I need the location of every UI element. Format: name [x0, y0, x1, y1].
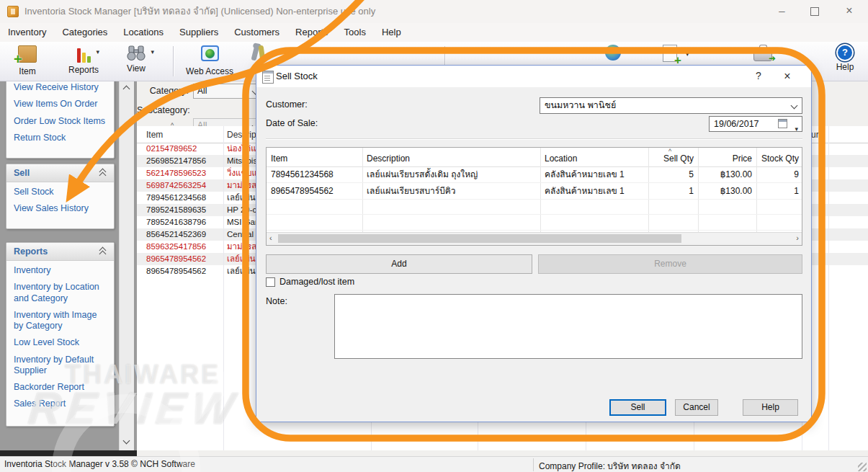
sidebar-link[interactable]: Low Level Stock	[6, 334, 114, 351]
scroll-down-icon[interactable]	[123, 437, 130, 445]
sell-table-header: Item Description Location Sell Qty ^ Pri…	[267, 148, 802, 167]
cell-description: เลย์แผ่นเรียบรสดั้งเดิม ถุงใหญ่	[367, 166, 537, 182]
collapse-icon[interactable]	[99, 169, 107, 177]
minimize-button[interactable]: –	[766, 0, 798, 23]
toolbar-help-button[interactable]: ? Help	[826, 44, 864, 72]
note-input[interactable]	[334, 294, 802, 359]
sidebar-card-receive: View Receive HistoryView Items On OrderO…	[6, 76, 115, 159]
sidebar-link[interactable]: Inventory by Location and Category	[6, 279, 114, 307]
sidebar-link[interactable]: Sales Report	[6, 396, 114, 412]
item-number: 8965478954562	[146, 265, 206, 277]
dialog-titlebar: Sell Stock ? ×	[256, 66, 811, 87]
toolbar-reports-label: Reports	[61, 65, 107, 75]
separator	[266, 138, 802, 140]
dialog-title: Sell Stock	[276, 71, 318, 81]
menu-item[interactable]: Categories	[54, 23, 115, 42]
menu-item[interactable]: Reports	[287, 23, 336, 42]
sidebar-section-header-sell[interactable]: Sell	[6, 164, 114, 182]
sidebar-section-header-reports[interactable]: Reports	[6, 243, 114, 261]
calendar-icon	[778, 119, 787, 128]
sidebar-scrollbar[interactable]	[119, 81, 134, 450]
menu-item[interactable]: Inventory	[0, 23, 54, 42]
toolbar-web-access-button[interactable]: Web Access	[177, 44, 242, 76]
toolbar-view-button[interactable]: ▾ View	[114, 44, 158, 74]
menubar: InventoryCategoriesLocationsSuppliersCus…	[0, 23, 868, 42]
col-price[interactable]: Price	[702, 153, 752, 164]
category-select[interactable]: All	[193, 84, 262, 99]
col-description[interactable]: Description	[367, 153, 410, 164]
cell-price: ฿130.00	[702, 183, 752, 199]
app-window: Inventoria Stock Manager [บริษัท ทดลอง จ…	[0, 0, 868, 472]
menu-item[interactable]: Help	[374, 23, 409, 42]
sell-item-row[interactable]: 8965478954562 เลย์แผ่นเรียบรสบาร์บีคิว ค…	[267, 183, 802, 200]
sort-asc-icon: ^	[171, 122, 174, 129]
web-access-icon	[201, 45, 219, 61]
toolbar-item-label: Item	[9, 66, 46, 76]
category-label: Category:	[137, 86, 189, 96]
dropdown-caret-icon: ▾	[151, 48, 154, 55]
cell-item: 7894561234568	[271, 166, 359, 182]
sidebar-link[interactable]: View Receive History	[6, 79, 114, 96]
toolbar-hidden-globe-icon[interactable]	[605, 45, 621, 61]
sidebar-card-sell: Sell Sell StockView Sales History	[6, 164, 115, 229]
item-number: 8564521452369	[146, 228, 206, 241]
menu-item[interactable]: Locations	[115, 23, 171, 42]
col-stock-qty[interactable]: Stock Qty	[753, 153, 799, 164]
sidebar-link[interactable]: Sell Stock	[6, 184, 114, 200]
toolbar-view-label: View	[114, 63, 158, 74]
dialog-help-button[interactable]: ?	[748, 66, 769, 87]
sidebar-link[interactable]: Return Stock	[6, 130, 114, 146]
status-version-text: Inventoria Stock Manager v 3.58 © NCH So…	[4, 459, 195, 469]
toolbar-separator	[173, 46, 174, 76]
sidebar-link[interactable]: Order Low Stock Items	[6, 113, 114, 130]
sell-button[interactable]: Sell	[609, 399, 666, 416]
cancel-button[interactable]: Cancel	[675, 399, 718, 416]
help-button[interactable]: Help	[743, 399, 798, 416]
scroll-left-icon[interactable]: ‹	[269, 233, 272, 242]
damaged-lost-checkbox[interactable]	[266, 277, 275, 287]
toolbar-reports-button[interactable]: ▾ Reports	[61, 44, 107, 75]
cell-item: 8965478954562	[271, 183, 359, 199]
col-sell-qty[interactable]: Sell Qty	[656, 153, 694, 164]
item-number: 5698742563254	[146, 179, 206, 192]
scroll-right-icon[interactable]: ›	[796, 233, 799, 242]
column-header-item[interactable]: Item	[146, 130, 163, 140]
column-header-description[interactable]: Descrip	[227, 130, 256, 140]
sidebar-link[interactable]: View Sales History	[6, 200, 114, 217]
date-of-sale-field[interactable]: 19/06/2017 ▾	[709, 116, 802, 132]
cell-description: เลย์แผ่นเรียบรสบาร์บีคิว	[367, 183, 537, 199]
menu-item[interactable]: Tools	[336, 23, 374, 42]
menu-item[interactable]: Customers	[226, 23, 287, 42]
customer-select[interactable]: ขนมหวาน พานิชย์	[540, 97, 802, 114]
toolbar-hidden-add-icon[interactable]	[663, 45, 677, 62]
item-number: 2569852147856	[146, 155, 206, 167]
sidebar-link[interactable]: Inventory	[6, 262, 114, 279]
scrollbar-thumb[interactable]	[278, 234, 681, 243]
subcategory-label: Subcategory:	[137, 105, 189, 115]
close-button[interactable]: ×	[831, 0, 868, 23]
menu-item[interactable]: Suppliers	[171, 23, 226, 42]
col-item[interactable]: Item	[271, 153, 287, 164]
sell-item-row[interactable]: 7894561234568 เลย์แผ่นเรียบรสดั้งเดิม ถุ…	[267, 166, 802, 183]
add-button[interactable]: Add	[266, 254, 532, 274]
col-location[interactable]: Location	[545, 153, 577, 164]
statusbar: Inventoria Stock Manager v 3.58 © NCH So…	[0, 456, 868, 472]
scroll-up-icon[interactable]	[123, 86, 130, 93]
column-header-picture-fragment[interactable]: ure	[811, 130, 823, 140]
horizontal-scrollbar[interactable]: ‹ ›	[267, 232, 802, 245]
item-number: 7894561234568	[146, 192, 206, 204]
sidebar-link[interactable]: Inventory by Default Supplier	[6, 352, 114, 380]
dialog-close-button[interactable]: ×	[777, 66, 798, 87]
toolbar-item-button[interactable]: Item	[9, 44, 46, 76]
item-number: 8596325417856	[146, 241, 206, 253]
sort-asc-icon: ^	[668, 148, 671, 155]
resize-grip[interactable]	[858, 463, 867, 471]
sidebar-link[interactable]: Backorder Report	[6, 379, 114, 396]
sidebar-link[interactable]: Inventory with Image by Category	[6, 307, 114, 335]
sidebar-link[interactable]: View Items On Order	[6, 96, 114, 112]
empty-row	[267, 198, 802, 215]
collapse-icon[interactable]	[99, 248, 107, 255]
grid-line	[828, 126, 829, 450]
maximize-button[interactable]	[798, 0, 831, 23]
toolbar-hidden-case-icon[interactable]	[753, 48, 772, 61]
